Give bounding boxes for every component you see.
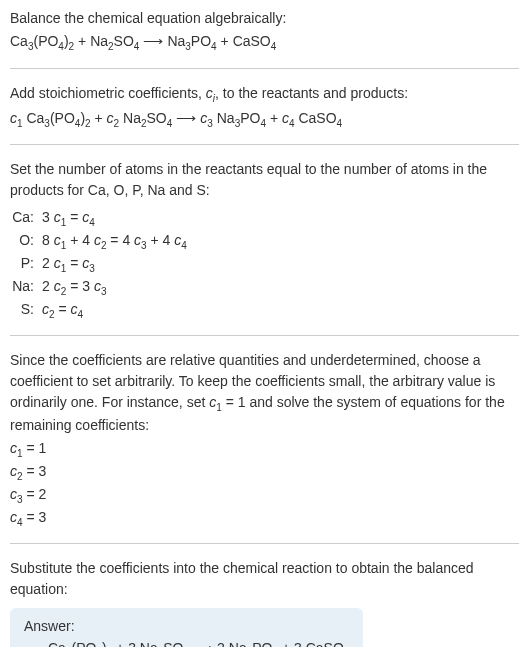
element-label: Ca: (12, 207, 42, 230)
product-2: CaSO4 (298, 110, 342, 126)
solve-section: Since the coefficients are relative quan… (10, 350, 519, 529)
substitute-text: Substitute the coefficients into the che… (10, 558, 519, 600)
reactant-2: Na2SO4 (123, 110, 172, 126)
element-equation: 2 c1 = c3 (42, 253, 95, 276)
product-1: Na3PO4 (217, 110, 266, 126)
table-row: Ca: 3 c1 = c4 (12, 207, 519, 230)
reactant-1: Ca3(PO4)2 (26, 110, 90, 126)
table-row: P: 2 c1 = c3 (12, 253, 519, 276)
substitute-section: Substitute the coefficients into the che… (10, 558, 519, 647)
answer-label: Answer: (24, 618, 349, 634)
balanced-equation: Ca3(PO4)2 + 3 Na2SO4⟶2 Na3PO4 + 3 CaSO4 (24, 640, 349, 647)
product-2: CaSO4 (306, 640, 350, 647)
coefficient-value: c2 = 3 (10, 461, 519, 484)
divider (10, 68, 519, 69)
product-2: CaSO4 (233, 33, 277, 49)
atoms-section: Set the number of atoms in the reactants… (10, 159, 519, 321)
coefficient-value: c3 = 2 (10, 484, 519, 507)
reaction-arrow-icon: ⟶ (189, 640, 217, 647)
element-label: S: (12, 299, 42, 322)
divider (10, 144, 519, 145)
divider (10, 543, 519, 544)
element-label: O: (12, 230, 42, 253)
reaction-arrow-icon: ⟶ (139, 33, 167, 49)
element-equation: 8 c1 + 4 c2 = 4 c3 + 4 c4 (42, 230, 187, 253)
reactant-1: Ca3(PO4)2 (10, 33, 74, 49)
intro-section: Balance the chemical equation algebraica… (10, 8, 519, 54)
reaction-arrow-icon: ⟶ (172, 110, 200, 126)
reactant-2: Na2SO4 (90, 33, 139, 49)
coefficient-value: c4 = 3 (10, 507, 519, 530)
element-equation: 2 c2 = 3 c3 (42, 276, 106, 299)
reactant-2: Na2SO4 (140, 640, 189, 647)
divider (10, 335, 519, 336)
element-label: P: (12, 253, 42, 276)
stoich-section: Add stoichiometric coefficients, ci, to … (10, 83, 519, 131)
table-row: O: 8 c1 + 4 c2 = 4 c3 + 4 c4 (12, 230, 519, 253)
atoms-intro: Set the number of atoms in the reactants… (10, 159, 519, 201)
stoich-equation: c1 Ca3(PO4)2 + c2 Na2SO4⟶c3 Na3PO4 + c4 … (10, 108, 519, 131)
intro-text: Balance the chemical equation algebraica… (10, 8, 519, 29)
element-equation: 3 c1 = c4 (42, 207, 95, 230)
product-1: Na3PO4 (229, 640, 278, 647)
product-1: Na3PO4 (167, 33, 216, 49)
unbalanced-equation: Ca3(PO4)2 + Na2SO4⟶Na3PO4 + CaSO4 (10, 31, 519, 54)
reactant-1: Ca3(PO4)2 (48, 640, 112, 647)
element-equation: c2 = c4 (42, 299, 83, 322)
solve-text: Since the coefficients are relative quan… (10, 350, 519, 436)
element-label: Na: (12, 276, 42, 299)
coefficient-value: c1 = 1 (10, 438, 519, 461)
answer-box: Answer: Ca3(PO4)2 + 3 Na2SO4⟶2 Na3PO4 + … (10, 608, 363, 647)
table-row: Na: 2 c2 = 3 c3 (12, 276, 519, 299)
stoich-text: Add stoichiometric coefficients, ci, to … (10, 83, 519, 106)
atoms-table: Ca: 3 c1 = c4 O: 8 c1 + 4 c2 = 4 c3 + 4 … (12, 207, 519, 321)
table-row: S: c2 = c4 (12, 299, 519, 322)
